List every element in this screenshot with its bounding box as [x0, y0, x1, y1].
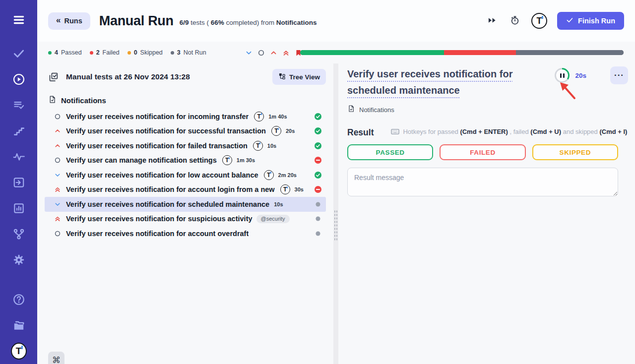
fast-forward-button[interactable] [486, 14, 499, 27]
progress-segment [444, 50, 516, 55]
test-row[interactable]: Verify user receives notification for lo… [45, 168, 326, 182]
sidebar-list-check-icon[interactable] [11, 97, 27, 113]
tree-view-button[interactable]: Tree View [272, 69, 326, 85]
sidebar-logo-badge[interactable]: T [11, 343, 27, 359]
suite-name: Notifications [61, 96, 106, 105]
status-counter: 3Not Run [171, 49, 206, 56]
sidebar-import-icon[interactable] [11, 175, 27, 190]
chevron-down-icon [54, 171, 61, 179]
subtitle-suite-name: Notifications [276, 19, 317, 26]
sidebar-gear-icon[interactable] [11, 252, 27, 268]
test-list: Verify user receives notification for in… [45, 109, 326, 241]
finish-run-button[interactable]: Finish Run [557, 12, 624, 30]
test-row[interactable]: Verify user can manage notification sett… [45, 153, 326, 168]
hotkeys-hint: Hotkeys for passed (Cmd + ENTER) , faile… [390, 126, 627, 137]
file-check-icon [48, 95, 57, 106]
test-duration: 30s [295, 186, 304, 192]
progress-segment [516, 50, 624, 55]
test-title: Verify user receives notification for ac… [66, 185, 275, 193]
sidebar-help-icon[interactable] [11, 292, 27, 307]
app-window: T « Runs Manual Run 6/9 tests ( 66% comp… [0, 0, 635, 364]
testomat-logo-icon: T [11, 343, 27, 360]
sidebar: T [0, 0, 37, 364]
circle-icon [54, 157, 61, 164]
test-title: Verify user receives notification for su… [66, 215, 253, 223]
test-duration: 10s [267, 143, 276, 149]
testomat-logo-icon: T [254, 112, 264, 121]
status-counter: 4Passed [48, 49, 82, 56]
status-counters: 4Passed2Failed0Skipped3Not Run [48, 49, 206, 56]
sidebar-chart-icon[interactable] [11, 200, 27, 216]
filter-circle-icon[interactable] [257, 49, 265, 57]
result-header: Result Hotkeys for passed (Cmd + ENTER) … [347, 126, 635, 138]
chevron-up-icon [54, 127, 61, 135]
chevrons-left-icon: « [56, 15, 61, 25]
sidebar-menu-icon[interactable] [11, 12, 27, 28]
status-counter: 0Skipped [127, 49, 163, 56]
pause-icon [555, 68, 570, 83]
circle-icon [54, 230, 61, 237]
test-title: Verify user receives notification for lo… [66, 171, 258, 179]
test-list-panel: Manual tests at 26 Nov 2024 13:28 Tree V… [37, 63, 333, 364]
run-progress-subtitle: 6/9 tests ( 66% completed) from Notifica… [180, 19, 317, 26]
test-row[interactable]: Verify user receives notification for fa… [45, 138, 326, 153]
fast-forward-icon [487, 15, 497, 27]
breadcrumb[interactable]: Notifications [347, 105, 635, 115]
status-check-circle-icon [314, 171, 322, 179]
status-dot-icon [48, 51, 52, 55]
keyboard-icon [390, 126, 400, 137]
result-message-input[interactable] [347, 168, 618, 196]
test-row[interactable]: Verify user receives notification for sc… [45, 197, 326, 212]
sidebar-branch-icon[interactable] [11, 226, 27, 242]
progress-segment [300, 50, 444, 55]
clipboard-check-icon [48, 72, 59, 82]
tree-icon [278, 72, 286, 81]
chevron-down-icon [54, 200, 61, 208]
test-row[interactable]: Verify user receives notification for su… [45, 124, 326, 139]
chevrons-up-icon [54, 215, 61, 223]
sidebar-steps-icon[interactable] [11, 123, 27, 139]
test-row[interactable]: Verify user receives notification for ac… [45, 226, 326, 241]
status-check-circle-icon [314, 113, 322, 121]
more-options-button[interactable]: ··· [610, 66, 628, 84]
pause-timer-button[interactable] [555, 68, 570, 83]
sidebar-pulse-icon[interactable] [11, 149, 27, 165]
suite-header[interactable]: Notifications [45, 95, 326, 106]
test-row[interactable]: Verify user receives notification for ac… [45, 182, 326, 197]
sidebar-play-circle-icon[interactable] [11, 71, 27, 87]
command-shortcut-button[interactable]: ⌘ [48, 352, 64, 364]
status-dot-icon [314, 215, 322, 223]
result-button-failed[interactable]: FAILED [440, 144, 525, 160]
completed-percent: 66% [211, 19, 224, 26]
test-title: Verify user receives notification for ac… [66, 230, 249, 238]
stopwatch-icon [510, 15, 520, 27]
test-row[interactable]: Verify user receives notification for in… [45, 109, 326, 124]
status-minus-circle-icon [314, 185, 322, 193]
status-check-circle-icon [314, 127, 322, 135]
sidebar-folders-icon[interactable] [11, 317, 27, 333]
filter-chevron-up-icon[interactable] [270, 49, 278, 57]
testomat-logo-icon: T [253, 141, 263, 151]
test-row[interactable]: Verify user receives notification for su… [45, 212, 326, 227]
testomat-logo-icon: T [222, 155, 232, 165]
status-dot-icon [171, 51, 174, 55]
test-detail-title[interactable]: Verify user receives notification for sc… [347, 66, 538, 99]
detail-header: Verify user receives notification for sc… [347, 63, 635, 99]
file-check-icon [347, 105, 355, 115]
test-detail-panel: Verify user receives notification for sc… [347, 63, 635, 364]
testomat-logo-icon: T [280, 184, 290, 194]
sidebar-check-icon[interactable] [11, 46, 27, 61]
filter-chevron-down-icon[interactable] [245, 49, 253, 57]
content: Manual tests at 26 Nov 2024 13:28 Tree V… [37, 63, 635, 364]
test-duration: 10s [274, 201, 283, 207]
result-button-passed[interactable]: PASSED [347, 144, 433, 160]
filter-chevrons-up-icon[interactable] [282, 49, 290, 57]
back-to-runs-button[interactable]: « Runs [48, 12, 90, 30]
result-label: Result [347, 127, 374, 138]
status-dot-icon [314, 230, 322, 238]
timer-button[interactable] [508, 14, 521, 27]
panel-resizer[interactable] [333, 63, 338, 364]
result-button-skipped[interactable]: SKIPPED [532, 144, 618, 160]
testomat-logo-icon[interactable]: T [531, 13, 547, 29]
test-duration: 1m 30s [237, 157, 255, 163]
